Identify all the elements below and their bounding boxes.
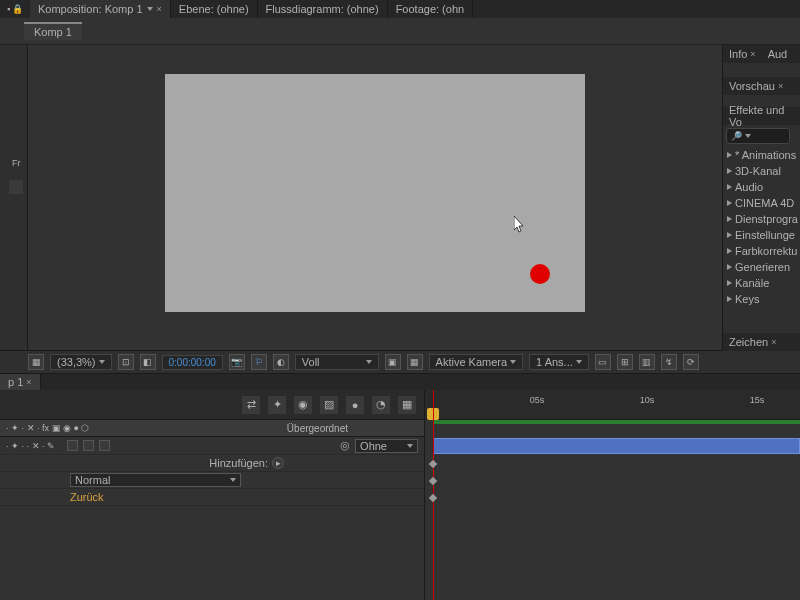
property-row[interactable]: Zurück (0, 489, 424, 506)
mouse-cursor-icon (514, 216, 526, 234)
add-button[interactable]: ▸ (272, 457, 284, 469)
transparency-grid-icon[interactable]: ▦ (407, 354, 423, 370)
canvas[interactable] (165, 74, 585, 312)
timeline-tools: ⇄ ✦ ◉ ▨ ● ◔ ▦ (0, 390, 424, 420)
tab-effects[interactable]: Effekte und Vo (723, 107, 800, 125)
tab-aud[interactable]: Aud (762, 45, 794, 63)
viewer-toolbar: ▦ (33,3%) ⊡ ◧ 0:00:00:00 📷 ⚐ ◐ Voll ▣ ▦ … (0, 350, 800, 374)
tab-zeichen[interactable]: Zeichen × (723, 333, 782, 351)
resolution-dropdown[interactable]: Voll (295, 354, 379, 370)
lock-icon-2: 🔒 (12, 4, 23, 14)
close-icon[interactable]: × (26, 377, 31, 387)
layer-switch[interactable] (99, 440, 110, 451)
tab-preview[interactable]: Vorschau × (723, 77, 789, 95)
effect-category[interactable]: * Animations (723, 147, 800, 163)
expand-icon (727, 216, 732, 222)
layer-bar[interactable] (433, 438, 800, 454)
timeline-tabs: p 1 × (0, 374, 800, 390)
tab-footage[interactable]: Footage: (ohn (388, 0, 474, 18)
layer-switch[interactable] (83, 440, 94, 451)
effects-search: 🔎 (723, 125, 800, 147)
tree-tool-icon[interactable] (9, 180, 23, 194)
effect-category[interactable]: Kanäle (723, 275, 800, 291)
close-icon[interactable]: × (157, 4, 162, 14)
graph-icon[interactable]: ◔ (372, 396, 390, 414)
tab-layer[interactable]: Ebene: (ohne) (171, 0, 258, 18)
frame-blend-icon[interactable]: ◉ (294, 396, 312, 414)
parent-link-icon[interactable]: ◎ (340, 439, 350, 452)
close-icon[interactable]: × (778, 81, 783, 91)
ruler-tick: 15s (750, 395, 765, 405)
layer-switch[interactable] (67, 440, 78, 451)
pixel-icon[interactable]: ⊞ (617, 354, 633, 370)
timeline-panel: ⇄ ✦ ◉ ▨ ● ◔ ▦ · ✦ · ✕ · fx ▣ ◉ ● ⬡ Überg… (0, 390, 800, 600)
comp-bar: Komp 1 (0, 18, 800, 45)
dropdown-icon[interactable] (745, 134, 751, 138)
left-tools-panel: Fr (0, 45, 28, 350)
fast-preview-icon[interactable]: ▥ (639, 354, 655, 370)
shy-icon[interactable]: ⇄ (242, 396, 260, 414)
effect-category[interactable]: Generieren (723, 259, 800, 275)
render-icon[interactable]: ▦ (398, 396, 416, 414)
effect-category[interactable]: Einstellunge (723, 227, 800, 243)
timeline-tracks[interactable]: 05s 10s 15s (425, 390, 800, 600)
refresh-icon[interactable]: ⟳ (683, 354, 699, 370)
timeline-icon[interactable]: ↯ (661, 354, 677, 370)
lock-icon: ▪ (7, 4, 10, 14)
close-icon[interactable]: × (771, 337, 776, 347)
frame-label: Fr (12, 158, 21, 168)
search-icon: 🔎 (731, 131, 742, 141)
time-ruler[interactable]: 05s 10s 15s (425, 390, 800, 420)
keyframe-icon[interactable] (429, 494, 437, 502)
expand-icon (727, 264, 732, 270)
region-icon[interactable]: ▣ (385, 354, 401, 370)
tab-flowchart[interactable]: Flussdiagramm: (ohne) (258, 0, 388, 18)
expand-icon (727, 232, 732, 238)
effect-category[interactable]: Keys (723, 291, 800, 307)
layer-row[interactable]: · ✦ · · ✕ · ✎ ◎ Ohne (0, 437, 424, 455)
views-dropdown[interactable]: 1 Ans... (529, 354, 589, 370)
keyframe-icon[interactable] (429, 477, 437, 485)
red-shape-dot[interactable] (530, 264, 550, 284)
layer-header-row: · ✦ · ✕ · fx ▣ ◉ ● ⬡ Übergeordnet (0, 420, 424, 437)
timeline-layer-panel: ⇄ ✦ ◉ ▨ ● ◔ ▦ · ✦ · ✕ · fx ▣ ◉ ● ⬡ Überg… (0, 390, 425, 600)
motion-blur-icon[interactable]: ▨ (320, 396, 338, 414)
expand-icon (727, 152, 732, 158)
timecode-field[interactable]: 0:00:00:00 (162, 355, 223, 370)
comp-name-tab[interactable]: Komp 1 (24, 22, 82, 40)
blend-mode-dropdown[interactable]: Normal (70, 473, 241, 487)
parent-dropdown[interactable]: Ohne (355, 439, 418, 453)
expand-icon (727, 184, 732, 190)
tab-info[interactable]: Info × (723, 45, 762, 63)
effect-category[interactable]: Dienstprogra (723, 211, 800, 227)
effect-category[interactable]: Audio (723, 179, 800, 195)
expand-icon (727, 296, 732, 302)
mask-icon[interactable]: ◧ (140, 354, 156, 370)
close-icon[interactable]: × (750, 49, 755, 59)
camera-dropdown[interactable]: Aktive Kamera (429, 354, 524, 370)
expand-icon (727, 248, 732, 254)
zoom-field[interactable]: (33,3%) (50, 354, 112, 370)
keyframe-icon[interactable] (429, 460, 437, 468)
toggle-icon[interactable]: ▭ (595, 354, 611, 370)
expand-icon (727, 280, 732, 286)
composition-viewer[interactable] (28, 45, 722, 350)
effect-category[interactable]: CINEMA 4D (723, 195, 800, 211)
brain-icon[interactable]: ● (346, 396, 364, 414)
effect-category[interactable]: Farbkorrektu (723, 243, 800, 259)
resolution-icon[interactable]: ⊡ (118, 354, 134, 370)
add-row: Hinzufügen: ▸ (0, 455, 424, 472)
tab-composition[interactable]: Komposition: Komp 1 × (30, 0, 171, 18)
blend-mode-row[interactable]: Normal (0, 472, 424, 489)
timeline-tab[interactable]: p 1 × (0, 374, 41, 390)
work-area-bar[interactable] (433, 420, 800, 424)
grid-icon[interactable]: ▦ (28, 354, 44, 370)
fx-icon[interactable]: ✦ (268, 396, 286, 414)
camera-icon[interactable]: 📷 (229, 354, 245, 370)
search-input[interactable]: 🔎 (726, 128, 790, 144)
expand-icon (727, 200, 732, 206)
user-icon[interactable]: ⚐ (251, 354, 267, 370)
color-icon[interactable]: ◐ (273, 354, 289, 370)
dropdown-icon (147, 7, 153, 11)
effect-category[interactable]: 3D-Kanal (723, 163, 800, 179)
